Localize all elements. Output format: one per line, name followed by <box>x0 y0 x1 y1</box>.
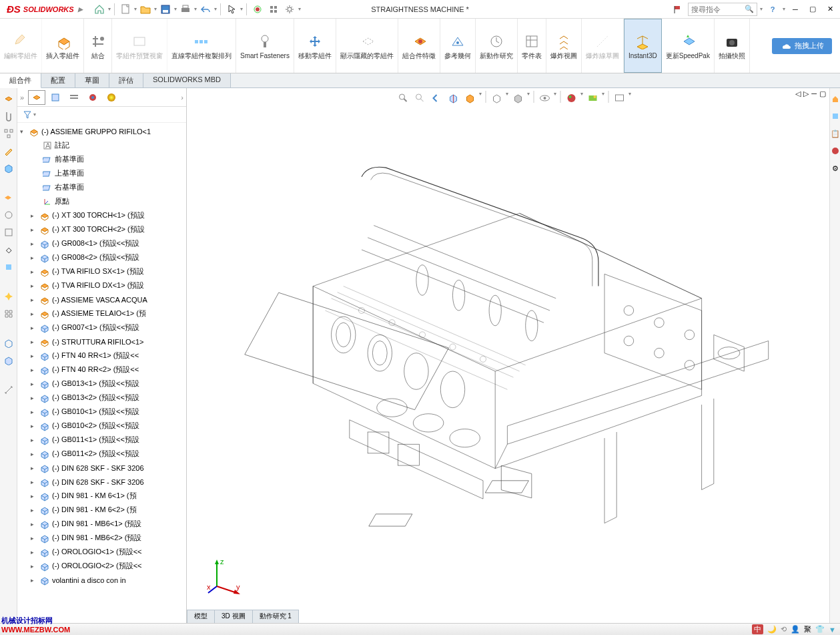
lt-t4-icon[interactable]: ◇ <box>2 243 15 256</box>
tree-item[interactable]: ▸(-) FTN 40 RR<1> (預設<< <box>17 349 186 363</box>
tree-item[interactable]: A註記 <box>17 138 186 152</box>
lt-explode-icon[interactable] <box>2 290 15 303</box>
open-doc-icon[interactable] <box>138 2 153 17</box>
tree-item[interactable]: ▸(-) DIN 981 - MB6<2> (預設 <box>17 531 186 545</box>
ribbon-assembly-features[interactable]: 組合件特徵 <box>398 19 440 73</box>
ribbon-exploded-view[interactable]: 爆炸視圖 <box>546 19 582 73</box>
sb-lang[interactable]: 聚 <box>804 624 811 634</box>
tree-item[interactable]: ▸(-) GB011<1> (預設<<預設 <box>17 433 186 447</box>
rt-custom-icon[interactable]: ⚙ <box>829 162 841 175</box>
tree-item[interactable]: ▸(-) GB010<2> (預設<<預設 <box>17 419 186 433</box>
sb-ime-icon[interactable]: 中 <box>752 624 763 634</box>
command-search[interactable]: 🔍 <box>688 3 757 16</box>
flag-icon[interactable] <box>671 2 685 17</box>
render-icon[interactable] <box>612 91 626 105</box>
ribbon-move-component[interactable]: 移動零組件 <box>294 19 336 73</box>
restore-icon[interactable]: ▢ <box>805 2 820 17</box>
lt-clip-icon[interactable] <box>2 110 15 123</box>
tree-item[interactable]: 前基準面 <box>17 152 186 166</box>
tree-item[interactable]: ▸(-) TVA RIFILO SX<1> (預設 <box>17 264 186 278</box>
rt-prop-icon[interactable]: 📋 <box>829 127 841 140</box>
vp-min-icon[interactable]: ─ <box>811 89 817 98</box>
ribbon-snapshot[interactable]: 拍攝快照 <box>715 19 750 73</box>
zoom-area-icon[interactable] <box>412 91 427 105</box>
bottom-tab[interactable]: 模型 <box>187 610 215 623</box>
fp-tab-config[interactable] <box>65 90 83 105</box>
ribbon-reference-geometry[interactable]: 參考幾何 <box>440 19 476 73</box>
settings-gear-icon[interactable] <box>282 2 297 17</box>
tree-item[interactable]: ▸(-) DIN 981 - KM 6<1> (預 <box>17 489 186 503</box>
bottom-tab[interactable]: 3D 視圖 <box>214 610 253 623</box>
app-logo[interactable]: ÐS SOLIDWORKS ▶ <box>3 2 87 16</box>
tree-item[interactable]: ▸(-) ASSIEME TELAIO<1> (預 <box>17 306 186 321</box>
lt-box-icon[interactable] <box>2 337 15 350</box>
lt-t1-icon[interactable] <box>2 191 15 204</box>
feature-tree[interactable]: ▾(-) ASSIEME GRUPPO RIFILO<1A註記前基準面上基準面右… <box>17 123 186 623</box>
tree-item[interactable]: ▸(-) XT 300 TORCH<1> (預設 <box>17 208 186 222</box>
tree-item[interactable]: ▸(-) GR007<1> (預設<<預設 <box>17 321 186 335</box>
tab-layout[interactable]: 配置 <box>41 73 75 87</box>
ribbon-linear-pattern[interactable]: 直線零組件複製排列 <box>167 19 236 73</box>
lt-tree-icon[interactable] <box>2 127 15 140</box>
tree-item[interactable]: ▸(-) TVA RIFILO DX<1> (預設 <box>17 278 186 292</box>
bottom-tab[interactable]: 動作研究 1 <box>252 610 299 623</box>
lt-part-icon[interactable] <box>2 162 15 175</box>
tree-item[interactable]: ▸(-) DIN 628 SKF - SKF 3206 <box>17 461 186 475</box>
appearance-icon[interactable] <box>564 91 578 105</box>
sb-shirt-icon[interactable]: 👕 <box>815 625 825 634</box>
tree-item[interactable]: ▸volantini a disco con in <box>17 573 186 587</box>
tree-item[interactable]: ▸(-) DIN 981 - KM 6<2> (預 <box>17 503 186 517</box>
fp-expand-icon[interactable]: › <box>181 93 183 101</box>
sb-moon-icon[interactable]: 🌙 <box>767 625 777 634</box>
lt-t5-icon[interactable] <box>2 260 15 274</box>
ribbon-bom[interactable]: 零件表 <box>518 19 546 73</box>
section-view-icon[interactable] <box>446 91 460 105</box>
tree-item[interactable]: ▸(-) GB011<2> (預設<<預設 <box>17 447 186 461</box>
tree-item[interactable]: ▸(-) GB010<1> (預設<<預設 <box>17 405 186 419</box>
ribbon-smart-fasteners[interactable]: Smart Fasteners <box>236 19 294 73</box>
graphics-viewport[interactable]: ▾ ▾ ▾ ▾ ▾ ▾ ▾ ◁ ▷ ─ ▢ ✕ <box>187 88 840 623</box>
tab-mbd[interactable]: SOLIDWORKS MBD <box>143 73 231 87</box>
sb-sync-icon[interactable]: ⟲ <box>781 625 787 634</box>
home-icon[interactable] <box>92 2 107 17</box>
undo-icon[interactable] <box>198 2 213 17</box>
ribbon-instant3d[interactable]: Instant3D <box>624 19 662 73</box>
tree-item[interactable]: ▸(-) ASSIEME VASCA ACQUA <box>17 292 186 306</box>
upload-button[interactable]: 拖拽上传 <box>772 38 832 54</box>
tree-item[interactable]: 右基準面 <box>17 180 186 194</box>
vp-prev-icon[interactable]: ◁ <box>795 89 801 98</box>
minimize-icon[interactable]: ─ <box>788 2 803 17</box>
close-icon[interactable]: ✕ <box>823 2 837 17</box>
print-icon[interactable] <box>178 2 193 17</box>
logo-dropdown-icon[interactable]: ▶ <box>78 6 83 13</box>
tree-item[interactable]: ▸(-) OROLOGIO<2> (預設<< <box>17 559 186 573</box>
ribbon-update-speedpak[interactable]: 更新SpeedPak <box>662 19 715 73</box>
tree-item[interactable]: ▸(-) DIN 981 - MB6<1> (預設 <box>17 517 186 531</box>
new-doc-icon[interactable] <box>118 2 133 17</box>
eye-icon[interactable] <box>537 91 552 105</box>
ribbon-mate[interactable]: 結合 <box>84 19 112 73</box>
save-icon[interactable] <box>158 2 173 17</box>
lt-sketch-icon[interactable] <box>2 144 15 158</box>
lt-assembly-icon[interactable] <box>2 92 15 105</box>
search-input[interactable] <box>691 5 745 13</box>
orientation-triad[interactable]: z y x <box>207 556 247 596</box>
rebuild-icon[interactable] <box>250 2 265 17</box>
scene-icon[interactable] <box>585 91 600 105</box>
lt-measure-icon[interactable] <box>2 383 15 397</box>
lt-box2-icon[interactable] <box>2 354 15 367</box>
tab-assembly[interactable]: 組合件 <box>0 73 41 88</box>
tree-item[interactable]: 上基準面 <box>17 166 186 180</box>
lt-t2-icon[interactable] <box>2 208 15 222</box>
sb-down-icon[interactable]: ▼ <box>829 626 836 634</box>
display-style-icon[interactable] <box>489 91 504 105</box>
select-icon[interactable] <box>224 2 239 17</box>
tab-sketch[interactable]: 草圖 <box>75 73 109 87</box>
options-icon[interactable] <box>266 2 281 17</box>
rt-appear-icon[interactable] <box>829 144 841 158</box>
help-icon[interactable]: ? <box>765 2 780 17</box>
tree-item[interactable]: 原點 <box>17 194 186 208</box>
view-orientation-icon[interactable] <box>462 91 477 105</box>
hide-show-icon[interactable] <box>510 91 525 105</box>
tree-item[interactable]: ▸(-) GR008<2> (預設<<預設 <box>17 250 186 264</box>
